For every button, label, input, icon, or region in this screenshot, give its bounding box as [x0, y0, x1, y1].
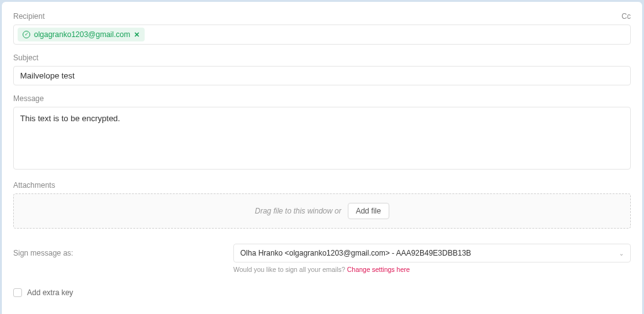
attachments-field: Attachments Drag file to this window or …: [13, 181, 631, 229]
sign-identity-select[interactable]: Olha Hranko <olgagranko1203@gmail.com> -…: [233, 244, 631, 263]
extra-key-row: Add extra key: [13, 288, 631, 297]
attachments-label: Attachments: [13, 181, 55, 190]
sign-hint-text: Would you like to sign all your emails?: [233, 266, 347, 273]
message-field: Message: [13, 94, 631, 172]
add-file-button[interactable]: Add file: [348, 203, 389, 219]
add-extra-key-label: Add extra key: [27, 288, 73, 297]
sign-as-label: Sign message as:: [13, 244, 221, 257]
message-label: Message: [13, 94, 44, 103]
subject-input[interactable]: [13, 66, 631, 85]
recipient-field: Recipient Cc ✓ olgagranko1203@gmail.com …: [13, 12, 631, 45]
sign-hint: Would you like to sign all your emails? …: [233, 266, 631, 273]
remove-recipient-icon[interactable]: ✕: [134, 31, 140, 39]
verified-icon: ✓: [23, 31, 30, 38]
subject-field: Subject: [13, 53, 631, 85]
compose-panel: Recipient Cc ✓ olgagranko1203@gmail.com …: [2, 2, 642, 314]
cc-toggle[interactable]: Cc: [621, 12, 631, 21]
drag-file-text: Drag file to this window or: [255, 207, 341, 215]
subject-label: Subject: [13, 53, 38, 62]
sign-message-row: Sign message as: Olha Hranko <olgagranko…: [13, 244, 631, 273]
recipient-chip[interactable]: ✓ olgagranko1203@gmail.com ✕: [18, 28, 145, 41]
recipient-input[interactable]: ✓ olgagranko1203@gmail.com ✕: [13, 24, 631, 45]
message-textarea[interactable]: [13, 107, 631, 170]
change-settings-link[interactable]: Change settings here: [347, 266, 410, 273]
recipient-label: Recipient: [13, 12, 45, 21]
chevron-down-icon: ⌄: [619, 250, 624, 257]
add-extra-key-checkbox[interactable]: [13, 288, 22, 297]
attachment-dropzone[interactable]: Drag file to this window or Add file: [13, 193, 631, 229]
sign-selected-value: Olha Hranko <olgagranko1203@gmail.com> -…: [240, 249, 471, 257]
recipient-email: olgagranko1203@gmail.com: [34, 30, 130, 39]
